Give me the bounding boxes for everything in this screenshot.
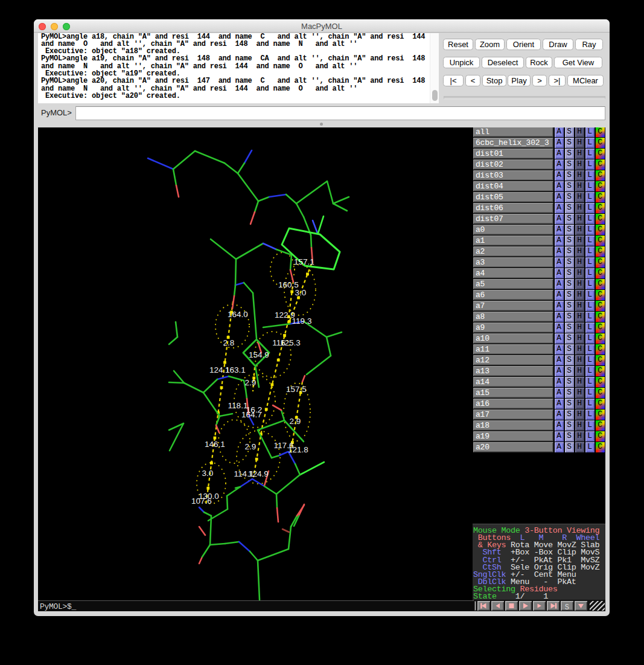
svg-text:2.9: 2.9 [245, 378, 257, 387]
svg-text:2.9: 2.9 [245, 442, 257, 451]
svg-text:164.0: 164.0 [228, 310, 248, 319]
svg-text:2.9: 2.9 [290, 417, 301, 426]
svg-text:154.9: 154.9 [249, 350, 269, 359]
svg-text:157.1: 157.1 [294, 257, 314, 266]
svg-text:121.8: 121.8 [288, 445, 308, 454]
svg-text:125.3: 125.3 [280, 338, 301, 347]
svg-text:119.3: 119.3 [292, 316, 312, 326]
svg-text:2.8: 2.8 [223, 338, 235, 347]
svg-text:164.7: 164.7 [241, 410, 262, 419]
svg-text:146.1: 146.1 [205, 440, 225, 449]
svg-text:124.9: 124.9 [248, 469, 269, 478]
svg-text:3.0: 3.0 [295, 288, 307, 297]
svg-text:118.1: 118.1 [228, 401, 248, 410]
svg-text:163.1: 163.1 [225, 365, 246, 374]
svg-text:3.0: 3.0 [202, 469, 214, 478]
svg-text:157.5: 157.5 [286, 385, 307, 394]
svg-text:107.6: 107.6 [191, 496, 212, 506]
